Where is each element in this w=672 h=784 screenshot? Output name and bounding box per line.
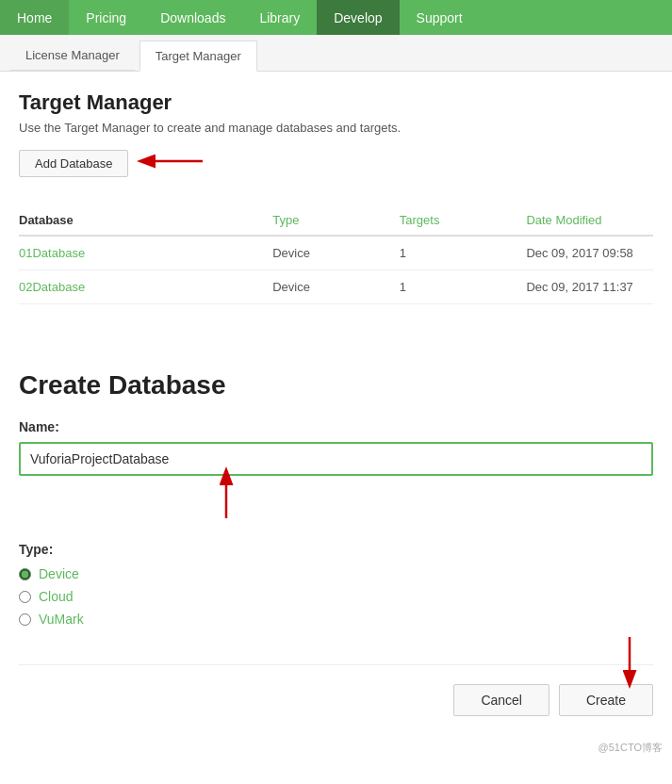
radio-vumark[interactable] [19, 613, 31, 626]
col-header-targets: Targets [400, 205, 527, 236]
nav-item-develop[interactable]: Develop [317, 0, 399, 35]
watermark: @51CTO博客 [0, 735, 672, 759]
top-nav: HomePricingDownloadsLibraryDevelopSuppor… [0, 0, 672, 35]
db-type: Device [272, 236, 400, 270]
radio-item-cloud: Cloud [19, 589, 653, 604]
create-database-section: Create Database Name: Type: [19, 351, 653, 716]
radio-item-device: Device [19, 566, 653, 581]
subnav-tab-license-manager[interactable]: License Manager [9, 40, 136, 71]
nav-item-support[interactable]: Support [400, 0, 480, 35]
radio-cloud[interactable] [19, 591, 31, 603]
page-title: Target Manager [19, 90, 653, 115]
col-header-database: Database [19, 205, 272, 236]
db-date: Dec 09, 2017 11:37 [526, 270, 653, 304]
db-date: Dec 09, 2017 09:58 [526, 236, 653, 270]
radio-item-vumark: VuMark [19, 612, 653, 627]
name-field-group: Name: [19, 419, 653, 476]
table-row: 02Database Device 1 Dec 09, 2017 11:37 [19, 270, 653, 304]
db-targets: 1 [400, 270, 527, 304]
db-targets: 1 [400, 236, 527, 270]
page-description: Use the Target Manager to create and man… [19, 121, 653, 135]
database-name-input[interactable] [19, 442, 653, 476]
col-header-type: Type [272, 205, 400, 236]
type-field-group: Type: Device Cloud VuMark [19, 542, 653, 627]
subnav-tab-target-manager[interactable]: Target Manager [139, 41, 257, 72]
bottom-buttons: Cancel Create [19, 664, 653, 716]
type-radio-group: Device Cloud VuMark [19, 566, 653, 627]
nav-item-downloads[interactable]: Downloads [143, 0, 242, 35]
database-link[interactable]: 02Database [19, 280, 85, 294]
target-manager-section: Target Manager Use the Target Manager to… [19, 90, 653, 304]
database-link[interactable]: 01Database [19, 246, 85, 260]
cancel-button[interactable]: Cancel [453, 684, 549, 716]
type-label: Type: [19, 542, 653, 557]
table-row: 01Database Device 1 Dec 09, 2017 09:58 [19, 236, 653, 270]
radio-label-cloud[interactable]: Cloud [39, 589, 74, 604]
radio-device[interactable] [19, 568, 31, 580]
create-button[interactable]: Create [559, 684, 653, 716]
name-label: Name: [19, 419, 653, 434]
nav-item-home[interactable]: Home [0, 0, 69, 35]
create-db-title: Create Database [19, 370, 653, 400]
main-content: Target Manager Use the Target Manager to… [0, 72, 672, 735]
database-table: Database Type Targets Date Modified 01Da… [19, 205, 653, 304]
radio-label-device[interactable]: Device [39, 566, 79, 581]
nav-item-library[interactable]: Library [242, 0, 317, 35]
col-header-date: Date Modified [526, 205, 653, 236]
add-database-button[interactable]: Add Database [19, 150, 128, 177]
sub-nav: License ManagerTarget Manager [0, 35, 672, 72]
radio-label-vumark[interactable]: VuMark [39, 612, 84, 627]
db-type: Device [272, 270, 400, 304]
nav-item-pricing[interactable]: Pricing [69, 0, 143, 35]
